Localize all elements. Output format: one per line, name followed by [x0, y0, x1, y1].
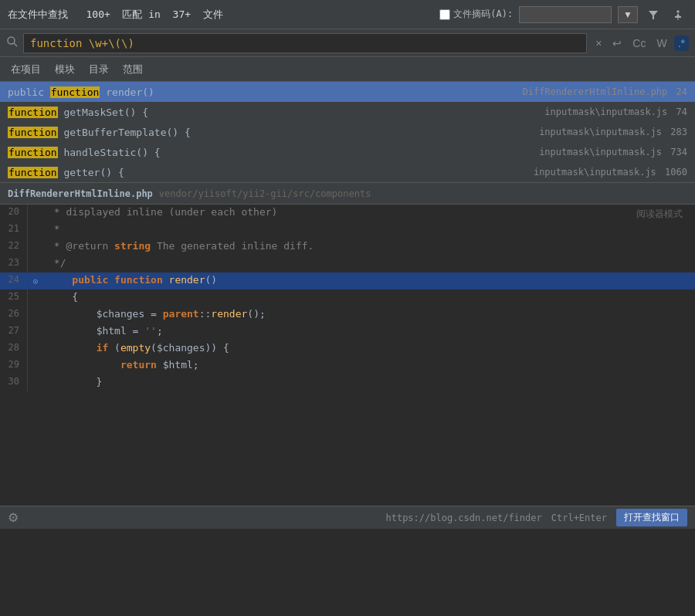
line-gutter [28, 374, 43, 391]
code-line: 29 return $html; [0, 357, 695, 374]
result-item[interactable]: public function render() DiffRendererHtm… [0, 82, 695, 102]
line-gutter: ⊙ [28, 272, 43, 289]
url-hint: https://blog.csdn.net/finder [385, 513, 541, 523]
line-content: $html = ''; [43, 323, 695, 340]
pin-button[interactable] [669, 7, 687, 22]
line-content: */ [43, 256, 695, 272]
shortcut-hint: Ctrl+Enter [551, 513, 607, 523]
results-list: public function render() DiffRendererHtm… [0, 82, 695, 183]
code-line: 28 if (empty($changes)) { [0, 340, 695, 357]
file-hash-input[interactable] [519, 6, 612, 23]
line-gutter [28, 205, 43, 222]
line-content: public function render() [43, 272, 695, 289]
file-info-bar: DiffRendererHtmlInline.php vendor/yiisof… [0, 183, 695, 205]
bottom-bar: ⚙ https://blog.csdn.net/finder Ctrl+Ente… [0, 506, 695, 529]
line-gutter [28, 289, 43, 306]
filter-icon-button[interactable] [644, 7, 663, 22]
line-content: if (empty($changes)) { [43, 340, 695, 357]
svg-point-1 [8, 37, 15, 44]
svg-line-2 [14, 43, 17, 46]
svg-marker-0 [649, 11, 658, 19]
code-line: 23 */ [0, 256, 695, 272]
tab-directory[interactable]: 目录 [86, 61, 112, 78]
top-bar: 在文件中查找 100+ 匹配 in 37+ 文件 文件摘码(A): ▼ [0, 0, 695, 29]
top-bar-actions: 文件摘码(A): ▼ [439, 6, 687, 23]
case-sensitive-button[interactable]: Cc [629, 36, 649, 51]
line-number: 20 [0, 205, 28, 222]
result-file-info: inputmask\inputmask.js 74 [494, 107, 687, 117]
search-bar: × ↩ Cc W .* [0, 29, 695, 57]
search-icon [6, 36, 19, 50]
checkbox-text: 文件摘码(A): [453, 8, 513, 21]
code-line: 21 * [0, 222, 695, 239]
line-content: { [43, 289, 695, 306]
reader-mode-hint: 阅读器模式 [636, 208, 683, 221]
line-number: 28 [0, 340, 28, 357]
magnifier-icon [6, 36, 19, 48]
line-gutter [28, 239, 43, 256]
result-code: function handleStatic() { [8, 147, 494, 158]
line-number: 25 [0, 289, 28, 306]
line-number: 24 [0, 272, 28, 289]
search-action-buttons: × ↩ Cc W .* [592, 36, 689, 51]
result-code: function getMaskSet() { [8, 107, 494, 118]
line-gutter [28, 357, 43, 374]
code-line-highlighted: 24 ⊙ public function render() [0, 272, 695, 289]
file-label: 文件 [203, 8, 223, 20]
line-number: 30 [0, 374, 28, 391]
result-file-info: DiffRendererHtmlInline.php 24 [494, 86, 687, 97]
code-line: 27 $html = ''; [0, 323, 695, 340]
bottom-right-area: https://blog.csdn.net/finder Ctrl+Enter … [385, 509, 687, 526]
filter-tabs: 在项目 模块 目录 范围 [0, 57, 695, 82]
filter-icon [647, 8, 659, 21]
file-hash-checkbox-label[interactable]: 文件摘码(A): [439, 8, 513, 21]
line-gutter [28, 256, 43, 272]
result-item[interactable]: function getter() { inputmask\inputmask.… [0, 162, 695, 182]
search-title: 在文件中查找 100+ 匹配 in 37+ 文件 [8, 8, 433, 22]
line-number: 21 [0, 222, 28, 239]
line-number: 27 [0, 323, 28, 340]
result-item[interactable]: function getBufferTemplate() { inputmask… [0, 122, 695, 142]
match-label: 匹配 in [122, 8, 160, 20]
line-content: $changes = parent::render(); [43, 306, 695, 323]
file-count: 37+ [173, 8, 191, 20]
code-view[interactable]: 阅读器模式 20 * displayed inline (under each … [0, 205, 695, 506]
title-text: 在文件中查找 [8, 8, 68, 20]
file-hash-checkbox[interactable] [439, 9, 450, 20]
word-button[interactable]: W [653, 36, 670, 51]
line-gutter [28, 340, 43, 357]
tab-scope[interactable]: 范围 [120, 61, 146, 78]
result-item[interactable]: function getMaskSet() { inputmask\inputm… [0, 102, 695, 122]
result-code: function getter() { [8, 167, 494, 178]
result-file-info: inputmask\inputmask.js 734 [494, 147, 687, 157]
result-item[interactable]: function handleStatic() { inputmask\inpu… [0, 142, 695, 162]
line-content: * @return string The generated inline di… [43, 239, 695, 256]
clear-button[interactable]: × [592, 36, 605, 51]
result-code: function getBufferTemplate() { [8, 127, 494, 138]
line-gutter [28, 222, 43, 239]
line-content: * displayed inline (under each other) [43, 205, 695, 222]
pin-icon [672, 8, 684, 21]
tab-project[interactable]: 在项目 [8, 61, 44, 78]
code-line: 25 { [0, 289, 695, 306]
line-content: return $html; [43, 357, 695, 374]
regex-button[interactable]: .* [674, 36, 689, 51]
code-line: 30 } [0, 374, 695, 391]
line-gutter [28, 323, 43, 340]
settings-button[interactable]: ⚙ [8, 510, 19, 525]
dropdown-button[interactable]: ▼ [618, 6, 638, 23]
line-content: * [43, 222, 695, 239]
file-path: vendor/yiisoft/yii2-gii/src/components [159, 188, 371, 199]
open-find-window-button[interactable]: 打开查找窗口 [616, 509, 687, 526]
result-file-info: inputmask\inputmask.js 283 [494, 127, 687, 137]
match-count: 100+ [86, 8, 110, 20]
open-filename: DiffRendererHtmlInline.php [8, 188, 153, 199]
search-input[interactable] [23, 33, 587, 53]
line-number: 23 [0, 256, 28, 272]
tab-module[interactable]: 模块 [52, 61, 78, 78]
code-line: 20 * displayed inline (under each other) [0, 205, 695, 222]
result-code: public function render() [8, 86, 494, 98]
line-number: 26 [0, 306, 28, 323]
line-gutter [28, 306, 43, 323]
undo-button[interactable]: ↩ [609, 36, 626, 51]
